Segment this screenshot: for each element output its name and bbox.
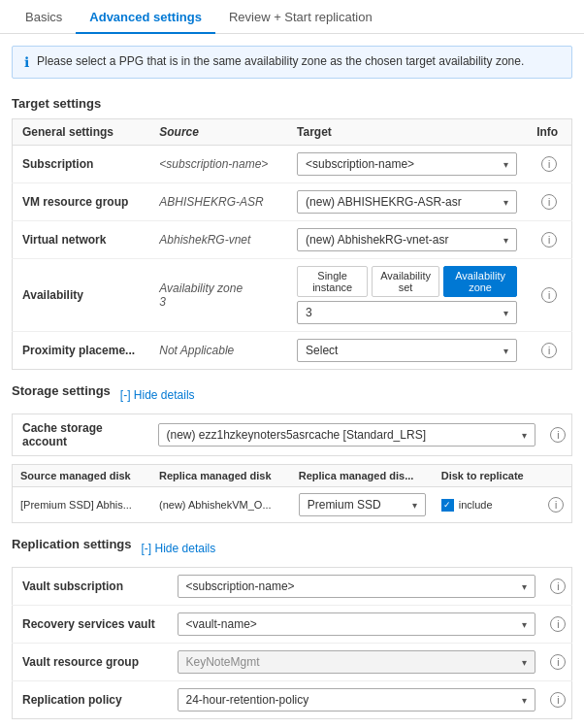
- storage-settings-section: Storage settings [-] Hide details Cache …: [0, 374, 584, 527]
- chevron-down-icon: ▾: [503, 346, 508, 356]
- recovery-vault-info: i: [545, 606, 572, 644]
- include-checkbox[interactable]: ✓: [441, 499, 454, 512]
- avail-btn-set[interactable]: Availability set: [372, 266, 439, 297]
- row-source-proximity: Not Applicable: [149, 332, 287, 370]
- repl-policy-info: i: [545, 681, 572, 719]
- disk-source-value: [Premium SSD] Abhis...: [13, 487, 152, 523]
- chevron-down-icon: ▾: [522, 581, 527, 592]
- info-circle-subscription[interactable]: i: [541, 156, 557, 172]
- cache-label: Cache storage account: [13, 414, 148, 456]
- replication-title-row: Replication settings [-] Hide details: [12, 537, 572, 559]
- disk-info: i: [540, 487, 572, 523]
- row-label-subscription: Subscription: [13, 146, 150, 183]
- row-info-vnet: i: [527, 221, 571, 259]
- avail-btn-single[interactable]: Single instance: [297, 266, 368, 297]
- cache-info: i: [545, 414, 572, 456]
- recovery-vault-target: <vault-name> ▾: [168, 606, 545, 644]
- replication-settings-title: Replication settings: [12, 537, 132, 551]
- chevron-down-icon: ▾: [503, 197, 508, 208]
- replication-settings-section: Replication settings [-] Hide details Va…: [0, 527, 584, 723]
- row-target-availability: Single instance Availability set Availab…: [287, 259, 527, 332]
- chevron-down-icon: ▾: [522, 619, 527, 630]
- storage-settings-title: Storage settings: [12, 383, 111, 398]
- storage-title-row: Storage settings [-] Hide details: [12, 383, 572, 406]
- tab-bar: Basics Advanced settings Review + Start …: [0, 0, 584, 34]
- table-row: Vault subscription <subscription-name> ▾…: [13, 568, 572, 606]
- info-circle-repl-policy[interactable]: i: [550, 692, 566, 708]
- row-info-vm-rg: i: [527, 183, 571, 221]
- disk-replica-type: Premium SSD ▾: [291, 487, 434, 523]
- target-settings-table: General settings Source Target Info Subs…: [12, 118, 572, 370]
- cache-row: Cache storage account (new) ezz1hzkeynot…: [13, 414, 572, 456]
- disk-col-replicate: Disk to replicate: [434, 465, 540, 487]
- vault-subscription-dropdown[interactable]: <subscription-name> ▾: [178, 575, 535, 598]
- row-info-availability: i: [527, 259, 571, 332]
- col-header-source: Source: [149, 119, 287, 146]
- disk-col-info: [540, 465, 572, 487]
- row-target-vnet: (new) AbhishekRG-vnet-asr ▾: [287, 221, 527, 259]
- info-banner-text: Please select a PPG that is in the same …: [37, 54, 524, 68]
- row-target-vm-rg: (new) ABHISHEKRG-ASR-asr ▾: [287, 183, 527, 221]
- repl-policy-dropdown[interactable]: 24-hour-retention-policy ▾: [178, 688, 535, 711]
- tab-basics[interactable]: Basics: [12, 0, 76, 34]
- vnet-dropdown[interactable]: (new) AbhishekRG-vnet-asr ▾: [297, 228, 517, 251]
- table-row: Subscription <subscription-name> <subscr…: [13, 146, 572, 183]
- row-label-vnet: Virtual network: [13, 221, 150, 259]
- avail-btn-zone[interactable]: Availability zone: [443, 266, 517, 297]
- cache-storage-dropdown[interactable]: (new) ezz1hzkeynoters5asrcache [Standard…: [158, 423, 535, 447]
- vault-sub-label: Vault subscription: [13, 568, 168, 606]
- target-settings-title: Target settings: [12, 96, 572, 111]
- availability-zone-dropdown[interactable]: 3 ▾: [297, 301, 517, 324]
- table-row: Proximity placeme... Not Applicable Sele…: [13, 332, 572, 370]
- cache-storage-table: Cache storage account (new) ezz1hzkeynot…: [12, 414, 572, 456]
- cache-target: (new) ezz1hzkeynoters5asrcache [Standard…: [148, 414, 545, 456]
- col-header-info: Info: [527, 119, 571, 146]
- row-source-vnet: AbhishekRG-vnet: [149, 221, 287, 259]
- row-label-availability: Availability: [13, 259, 150, 332]
- disk-replica-value: (new) AbhishekVM_O...: [151, 487, 291, 523]
- info-circle-vault-rg[interactable]: i: [550, 654, 566, 670]
- info-circle-proximity[interactable]: i: [541, 343, 557, 358]
- info-circle-disk[interactable]: i: [548, 497, 564, 513]
- include-label: include: [459, 499, 493, 511]
- row-label-vm-rg: VM resource group: [13, 183, 150, 221]
- disk-col-source: Source managed disk: [13, 465, 152, 487]
- tab-advanced[interactable]: Advanced settings: [76, 0, 215, 34]
- info-banner: ℹ Please select a PPG that is in the sam…: [12, 46, 572, 79]
- col-header-general: General settings: [13, 119, 150, 146]
- vault-rg-label: Vault resource group: [13, 644, 168, 681]
- vault-sub-target: <subscription-name> ▾: [168, 568, 545, 606]
- recovery-vault-dropdown[interactable]: <vault-name> ▾: [178, 612, 535, 636]
- storage-hide-link[interactable]: [-] Hide details: [120, 388, 195, 402]
- chevron-down-icon: ▾: [522, 657, 527, 668]
- chevron-down-icon: ▾: [412, 500, 417, 511]
- row-info-proximity: i: [527, 332, 571, 370]
- recovery-vault-label: Recovery services vault: [13, 606, 168, 644]
- disk-table: Source managed disk Replica managed disk…: [12, 464, 572, 523]
- availability-button-group: Single instance Availability set Availab…: [297, 266, 517, 297]
- subscription-dropdown[interactable]: <subscription-name> ▾: [297, 152, 517, 176]
- vault-rg-dropdown[interactable]: KeyNoteMgmt ▾: [178, 650, 535, 674]
- info-circle-availability[interactable]: i: [541, 287, 557, 303]
- tab-review[interactable]: Review + Start replication: [215, 0, 386, 34]
- proximity-dropdown[interactable]: Select ▾: [297, 339, 517, 362]
- replication-hide-link[interactable]: [-] Hide details: [142, 542, 216, 555]
- vault-rg-target: KeyNoteMgmt ▾: [168, 644, 545, 681]
- disk-type-dropdown[interactable]: Premium SSD ▾: [299, 493, 426, 516]
- table-row: Availability Availability zone 3 Single …: [13, 259, 572, 332]
- disk-col-replica: Replica managed disk: [151, 465, 291, 487]
- row-info-subscription: i: [527, 146, 571, 183]
- info-circle-vnet[interactable]: i: [541, 232, 557, 248]
- repl-policy-target: 24-hour-retention-policy ▾: [168, 681, 545, 719]
- chevron-down-icon: ▾: [503, 159, 508, 170]
- chevron-down-icon: ▾: [503, 235, 508, 246]
- info-circle-recovery-vault[interactable]: i: [550, 616, 566, 632]
- row-source-vm-rg: ABHISHEKRG-ASR: [149, 183, 287, 221]
- vm-rg-dropdown[interactable]: (new) ABHISHEKRG-ASR-asr ▾: [297, 190, 517, 214]
- table-row: Virtual network AbhishekRG-vnet (new) Ab…: [13, 221, 572, 259]
- vault-sub-info: i: [545, 568, 572, 606]
- info-circle-vm-rg[interactable]: i: [541, 194, 557, 210]
- info-circle-cache[interactable]: i: [550, 427, 566, 443]
- table-row: Recovery services vault <vault-name> ▾ i: [13, 606, 572, 644]
- info-circle-vault-sub[interactable]: i: [550, 579, 566, 594]
